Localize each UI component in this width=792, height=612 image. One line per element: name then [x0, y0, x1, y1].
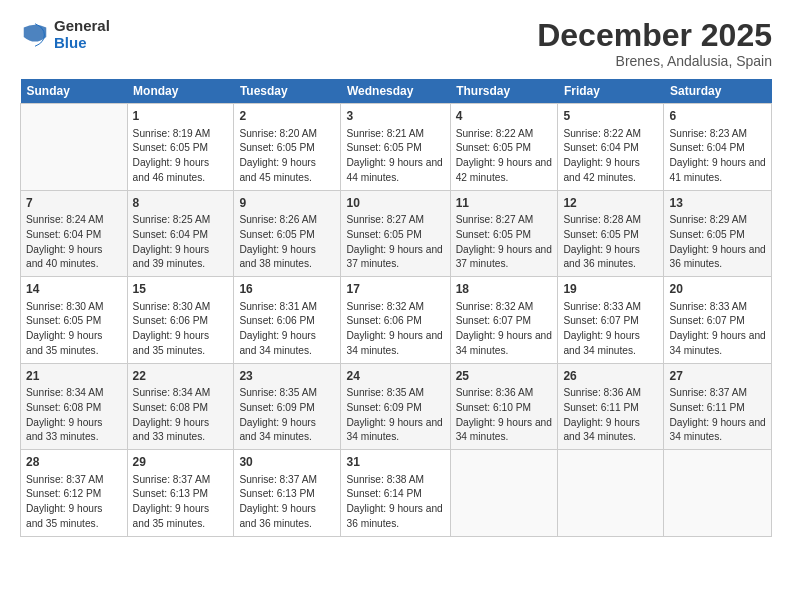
sunset-text: Sunset: 6:11 PM	[563, 402, 638, 413]
sunrise-text: Sunrise: 8:34 AM	[133, 387, 211, 398]
sunset-text: Sunset: 6:05 PM	[346, 142, 421, 153]
sunset-text: Sunset: 6:13 PM	[239, 488, 314, 499]
calendar-cell: 3Sunrise: 8:21 AMSunset: 6:05 PMDaylight…	[341, 104, 450, 191]
daylight-text: Daylight: 9 hours and 42 minutes.	[563, 157, 639, 183]
sunrise-text: Sunrise: 8:20 AM	[239, 128, 317, 139]
sunrise-text: Sunrise: 8:24 AM	[26, 214, 104, 225]
daylight-text: Daylight: 9 hours and 34 minutes.	[346, 417, 442, 443]
day-number: 1	[133, 108, 229, 125]
header-row: SundayMondayTuesdayWednesdayThursdayFrid…	[21, 79, 772, 104]
daylight-text: Daylight: 9 hours and 40 minutes.	[26, 244, 102, 270]
day-number: 29	[133, 454, 229, 471]
daylight-text: Daylight: 9 hours and 34 minutes.	[669, 417, 765, 443]
sunrise-text: Sunrise: 8:33 AM	[563, 301, 641, 312]
daylight-text: Daylight: 9 hours and 35 minutes.	[133, 330, 209, 356]
sunset-text: Sunset: 6:06 PM	[239, 315, 314, 326]
day-number: 15	[133, 281, 229, 298]
sunrise-text: Sunrise: 8:25 AM	[133, 214, 211, 225]
calendar-cell: 17Sunrise: 8:32 AMSunset: 6:06 PMDayligh…	[341, 277, 450, 364]
sunrise-text: Sunrise: 8:30 AM	[26, 301, 104, 312]
daylight-text: Daylight: 9 hours and 39 minutes.	[133, 244, 209, 270]
daylight-text: Daylight: 9 hours and 34 minutes.	[456, 417, 552, 443]
sunset-text: Sunset: 6:13 PM	[133, 488, 208, 499]
day-number: 11	[456, 195, 553, 212]
sunrise-text: Sunrise: 8:22 AM	[563, 128, 641, 139]
month-title: December 2025	[537, 18, 772, 53]
week-row-0: 1Sunrise: 8:19 AMSunset: 6:05 PMDaylight…	[21, 104, 772, 191]
sunset-text: Sunset: 6:06 PM	[133, 315, 208, 326]
daylight-text: Daylight: 9 hours and 33 minutes.	[26, 417, 102, 443]
sunrise-text: Sunrise: 8:37 AM	[239, 474, 317, 485]
daylight-text: Daylight: 9 hours and 34 minutes.	[669, 330, 765, 356]
week-row-2: 14Sunrise: 8:30 AMSunset: 6:05 PMDayligh…	[21, 277, 772, 364]
sunset-text: Sunset: 6:11 PM	[669, 402, 744, 413]
day-number: 4	[456, 108, 553, 125]
col-header-tuesday: Tuesday	[234, 79, 341, 104]
location: Brenes, Andalusia, Spain	[537, 53, 772, 69]
daylight-text: Daylight: 9 hours and 34 minutes.	[346, 330, 442, 356]
daylight-text: Daylight: 9 hours and 34 minutes.	[563, 330, 639, 356]
logo-general-text: General	[54, 18, 110, 35]
sunset-text: Sunset: 6:09 PM	[346, 402, 421, 413]
daylight-text: Daylight: 9 hours and 34 minutes.	[456, 330, 552, 356]
calendar-cell: 6Sunrise: 8:23 AMSunset: 6:04 PMDaylight…	[664, 104, 772, 191]
sunset-text: Sunset: 6:12 PM	[26, 488, 101, 499]
sunrise-text: Sunrise: 8:21 AM	[346, 128, 424, 139]
logo-icon	[20, 20, 50, 50]
day-number: 20	[669, 281, 766, 298]
calendar-cell: 30Sunrise: 8:37 AMSunset: 6:13 PMDayligh…	[234, 450, 341, 537]
sunrise-text: Sunrise: 8:34 AM	[26, 387, 104, 398]
sunrise-text: Sunrise: 8:19 AM	[133, 128, 211, 139]
daylight-text: Daylight: 9 hours and 42 minutes.	[456, 157, 552, 183]
calendar-cell: 25Sunrise: 8:36 AMSunset: 6:10 PMDayligh…	[450, 363, 558, 450]
col-header-friday: Friday	[558, 79, 664, 104]
calendar-cell	[21, 104, 128, 191]
day-number: 27	[669, 368, 766, 385]
sunset-text: Sunset: 6:05 PM	[563, 229, 638, 240]
title-block: December 2025 Brenes, Andalusia, Spain	[537, 18, 772, 69]
sunset-text: Sunset: 6:04 PM	[669, 142, 744, 153]
sunset-text: Sunset: 6:07 PM	[563, 315, 638, 326]
calendar-cell	[450, 450, 558, 537]
week-row-1: 7Sunrise: 8:24 AMSunset: 6:04 PMDaylight…	[21, 190, 772, 277]
calendar-table: SundayMondayTuesdayWednesdayThursdayFrid…	[20, 79, 772, 537]
daylight-text: Daylight: 9 hours and 36 minutes.	[239, 503, 315, 529]
sunrise-text: Sunrise: 8:28 AM	[563, 214, 641, 225]
daylight-text: Daylight: 9 hours and 36 minutes.	[669, 244, 765, 270]
day-number: 31	[346, 454, 444, 471]
daylight-text: Daylight: 9 hours and 34 minutes.	[239, 330, 315, 356]
col-header-wednesday: Wednesday	[341, 79, 450, 104]
sunset-text: Sunset: 6:07 PM	[669, 315, 744, 326]
sunrise-text: Sunrise: 8:27 AM	[456, 214, 534, 225]
sunset-text: Sunset: 6:05 PM	[346, 229, 421, 240]
day-number: 5	[563, 108, 658, 125]
calendar-cell: 22Sunrise: 8:34 AMSunset: 6:08 PMDayligh…	[127, 363, 234, 450]
sunrise-text: Sunrise: 8:27 AM	[346, 214, 424, 225]
sunrise-text: Sunrise: 8:37 AM	[26, 474, 104, 485]
day-number: 9	[239, 195, 335, 212]
day-number: 22	[133, 368, 229, 385]
calendar-cell	[558, 450, 664, 537]
day-number: 30	[239, 454, 335, 471]
daylight-text: Daylight: 9 hours and 35 minutes.	[133, 503, 209, 529]
sunrise-text: Sunrise: 8:31 AM	[239, 301, 317, 312]
calendar-cell: 27Sunrise: 8:37 AMSunset: 6:11 PMDayligh…	[664, 363, 772, 450]
daylight-text: Daylight: 9 hours and 37 minutes.	[346, 244, 442, 270]
sunset-text: Sunset: 6:14 PM	[346, 488, 421, 499]
sunset-text: Sunset: 6:04 PM	[26, 229, 101, 240]
day-number: 24	[346, 368, 444, 385]
day-number: 2	[239, 108, 335, 125]
calendar-cell: 9Sunrise: 8:26 AMSunset: 6:05 PMDaylight…	[234, 190, 341, 277]
sunrise-text: Sunrise: 8:36 AM	[563, 387, 641, 398]
calendar-cell: 2Sunrise: 8:20 AMSunset: 6:05 PMDaylight…	[234, 104, 341, 191]
calendar-cell: 29Sunrise: 8:37 AMSunset: 6:13 PMDayligh…	[127, 450, 234, 537]
sunset-text: Sunset: 6:05 PM	[26, 315, 101, 326]
daylight-text: Daylight: 9 hours and 38 minutes.	[239, 244, 315, 270]
sunset-text: Sunset: 6:05 PM	[239, 229, 314, 240]
day-number: 17	[346, 281, 444, 298]
day-number: 18	[456, 281, 553, 298]
sunset-text: Sunset: 6:05 PM	[456, 229, 531, 240]
calendar-cell: 28Sunrise: 8:37 AMSunset: 6:12 PMDayligh…	[21, 450, 128, 537]
sunset-text: Sunset: 6:07 PM	[456, 315, 531, 326]
calendar-cell: 18Sunrise: 8:32 AMSunset: 6:07 PMDayligh…	[450, 277, 558, 364]
